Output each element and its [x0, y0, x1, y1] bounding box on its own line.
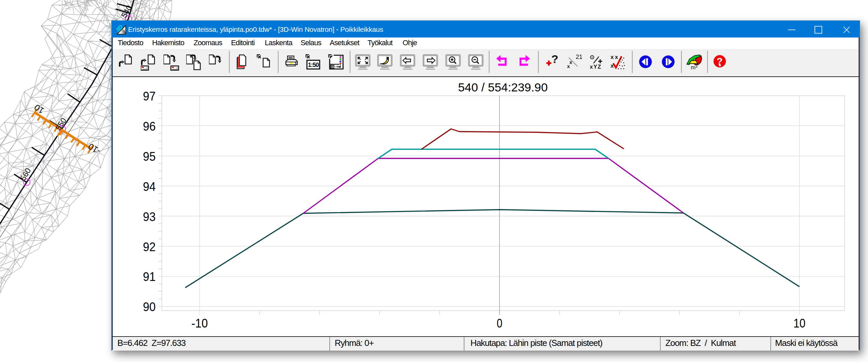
svg-text:92: 92 [143, 240, 156, 254]
svg-text:xYZ: xYZ [590, 64, 601, 69]
svg-text:m³: m³ [691, 64, 698, 70]
svg-text:96: 96 [143, 119, 156, 133]
svg-text:?: ? [551, 54, 558, 65]
svg-text:x: x [611, 54, 614, 60]
svg-text:x: x [615, 54, 618, 60]
svg-text:0: 0 [497, 316, 502, 330]
svg-text:91: 91 [143, 270, 156, 284]
svg-text:540 / 554:239.90: 540 / 554:239.90 [458, 81, 548, 94]
svg-text:560: 560 [19, 166, 32, 182]
svg-text:95: 95 [143, 150, 156, 163]
svg-text:93: 93 [143, 210, 156, 224]
svg-text:x: x [567, 63, 570, 69]
svg-text:10: 10 [794, 316, 805, 330]
svg-text:x: x [569, 59, 572, 65]
svg-text:-10: -10 [192, 316, 208, 330]
svg-text:1:50: 1:50 [308, 62, 319, 68]
svg-text:90: 90 [143, 300, 156, 314]
svg-text:21: 21 [576, 54, 582, 60]
svg-text:97: 97 [143, 89, 156, 103]
svg-text:94: 94 [143, 180, 156, 194]
